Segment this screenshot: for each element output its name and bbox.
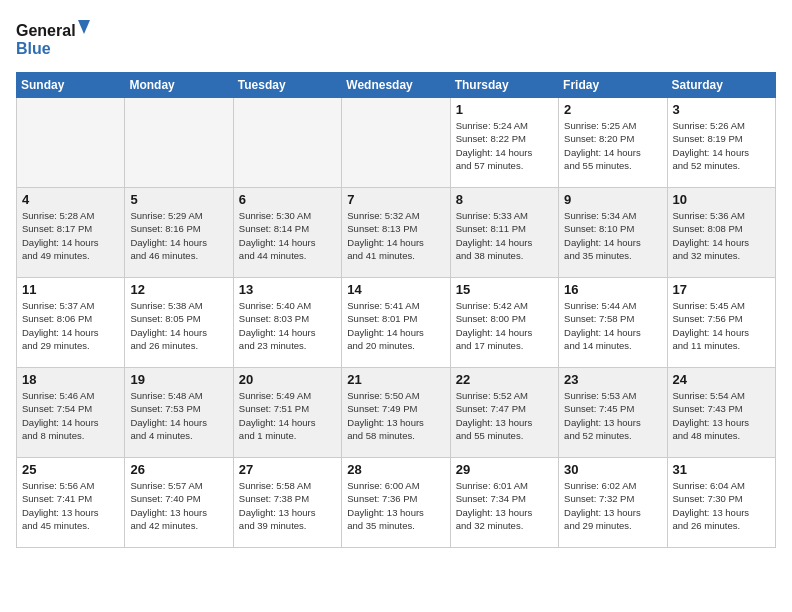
calendar-cell: 20Sunrise: 5:49 AM Sunset: 7:51 PM Dayli… — [233, 368, 341, 458]
calendar-cell: 16Sunrise: 5:44 AM Sunset: 7:58 PM Dayli… — [559, 278, 667, 368]
page-header: GeneralBlue — [16, 16, 776, 60]
calendar-cell: 25Sunrise: 5:56 AM Sunset: 7:41 PM Dayli… — [17, 458, 125, 548]
week-row-2: 4Sunrise: 5:28 AM Sunset: 8:17 PM Daylig… — [17, 188, 776, 278]
calendar-cell: 10Sunrise: 5:36 AM Sunset: 8:08 PM Dayli… — [667, 188, 775, 278]
day-info: Sunrise: 6:02 AM Sunset: 7:32 PM Dayligh… — [564, 479, 661, 532]
day-info: Sunrise: 5:41 AM Sunset: 8:01 PM Dayligh… — [347, 299, 444, 352]
day-number: 18 — [22, 372, 119, 387]
calendar-cell: 17Sunrise: 5:45 AM Sunset: 7:56 PM Dayli… — [667, 278, 775, 368]
calendar-cell — [233, 98, 341, 188]
day-number: 22 — [456, 372, 553, 387]
day-number: 5 — [130, 192, 227, 207]
day-number: 19 — [130, 372, 227, 387]
day-info: Sunrise: 5:48 AM Sunset: 7:53 PM Dayligh… — [130, 389, 227, 442]
calendar-cell: 23Sunrise: 5:53 AM Sunset: 7:45 PM Dayli… — [559, 368, 667, 458]
day-number: 13 — [239, 282, 336, 297]
calendar-cell: 12Sunrise: 5:38 AM Sunset: 8:05 PM Dayli… — [125, 278, 233, 368]
day-info: Sunrise: 6:00 AM Sunset: 7:36 PM Dayligh… — [347, 479, 444, 532]
day-number: 21 — [347, 372, 444, 387]
calendar-cell: 11Sunrise: 5:37 AM Sunset: 8:06 PM Dayli… — [17, 278, 125, 368]
calendar-cell: 18Sunrise: 5:46 AM Sunset: 7:54 PM Dayli… — [17, 368, 125, 458]
day-info: Sunrise: 5:49 AM Sunset: 7:51 PM Dayligh… — [239, 389, 336, 442]
day-number: 20 — [239, 372, 336, 387]
day-number: 14 — [347, 282, 444, 297]
column-header-saturday: Saturday — [667, 73, 775, 98]
day-number: 6 — [239, 192, 336, 207]
day-info: Sunrise: 5:56 AM Sunset: 7:41 PM Dayligh… — [22, 479, 119, 532]
day-number: 24 — [673, 372, 770, 387]
day-info: Sunrise: 5:38 AM Sunset: 8:05 PM Dayligh… — [130, 299, 227, 352]
calendar-cell: 26Sunrise: 5:57 AM Sunset: 7:40 PM Dayli… — [125, 458, 233, 548]
day-info: Sunrise: 5:29 AM Sunset: 8:16 PM Dayligh… — [130, 209, 227, 262]
day-info: Sunrise: 5:30 AM Sunset: 8:14 PM Dayligh… — [239, 209, 336, 262]
column-header-friday: Friday — [559, 73, 667, 98]
calendar-cell: 2Sunrise: 5:25 AM Sunset: 8:20 PM Daylig… — [559, 98, 667, 188]
calendar-cell: 15Sunrise: 5:42 AM Sunset: 8:00 PM Dayli… — [450, 278, 558, 368]
day-info: Sunrise: 5:45 AM Sunset: 7:56 PM Dayligh… — [673, 299, 770, 352]
week-row-4: 18Sunrise: 5:46 AM Sunset: 7:54 PM Dayli… — [17, 368, 776, 458]
day-info: Sunrise: 6:01 AM Sunset: 7:34 PM Dayligh… — [456, 479, 553, 532]
day-number: 26 — [130, 462, 227, 477]
column-header-tuesday: Tuesday — [233, 73, 341, 98]
day-info: Sunrise: 5:57 AM Sunset: 7:40 PM Dayligh… — [130, 479, 227, 532]
day-info: Sunrise: 5:26 AM Sunset: 8:19 PM Dayligh… — [673, 119, 770, 172]
day-number: 1 — [456, 102, 553, 117]
calendar-cell: 22Sunrise: 5:52 AM Sunset: 7:47 PM Dayli… — [450, 368, 558, 458]
day-info: Sunrise: 5:34 AM Sunset: 8:10 PM Dayligh… — [564, 209, 661, 262]
svg-text:Blue: Blue — [16, 40, 51, 57]
column-header-wednesday: Wednesday — [342, 73, 450, 98]
calendar-cell — [125, 98, 233, 188]
day-number: 3 — [673, 102, 770, 117]
calendar-table: SundayMondayTuesdayWednesdayThursdayFrid… — [16, 72, 776, 548]
day-info: Sunrise: 5:37 AM Sunset: 8:06 PM Dayligh… — [22, 299, 119, 352]
day-number: 8 — [456, 192, 553, 207]
day-number: 31 — [673, 462, 770, 477]
day-number: 2 — [564, 102, 661, 117]
calendar-cell: 6Sunrise: 5:30 AM Sunset: 8:14 PM Daylig… — [233, 188, 341, 278]
day-number: 27 — [239, 462, 336, 477]
day-number: 25 — [22, 462, 119, 477]
calendar-cell: 9Sunrise: 5:34 AM Sunset: 8:10 PM Daylig… — [559, 188, 667, 278]
day-info: Sunrise: 5:32 AM Sunset: 8:13 PM Dayligh… — [347, 209, 444, 262]
svg-text:General: General — [16, 22, 76, 39]
day-info: Sunrise: 5:44 AM Sunset: 7:58 PM Dayligh… — [564, 299, 661, 352]
day-info: Sunrise: 5:54 AM Sunset: 7:43 PM Dayligh… — [673, 389, 770, 442]
calendar-cell: 21Sunrise: 5:50 AM Sunset: 7:49 PM Dayli… — [342, 368, 450, 458]
calendar-cell: 14Sunrise: 5:41 AM Sunset: 8:01 PM Dayli… — [342, 278, 450, 368]
day-info: Sunrise: 5:46 AM Sunset: 7:54 PM Dayligh… — [22, 389, 119, 442]
day-number: 10 — [673, 192, 770, 207]
column-header-thursday: Thursday — [450, 73, 558, 98]
calendar-cell: 30Sunrise: 6:02 AM Sunset: 7:32 PM Dayli… — [559, 458, 667, 548]
column-header-sunday: Sunday — [17, 73, 125, 98]
day-info: Sunrise: 5:36 AM Sunset: 8:08 PM Dayligh… — [673, 209, 770, 262]
calendar-cell: 5Sunrise: 5:29 AM Sunset: 8:16 PM Daylig… — [125, 188, 233, 278]
day-number: 7 — [347, 192, 444, 207]
calendar-cell: 28Sunrise: 6:00 AM Sunset: 7:36 PM Dayli… — [342, 458, 450, 548]
day-info: Sunrise: 5:53 AM Sunset: 7:45 PM Dayligh… — [564, 389, 661, 442]
calendar-cell: 24Sunrise: 5:54 AM Sunset: 7:43 PM Dayli… — [667, 368, 775, 458]
day-number: 29 — [456, 462, 553, 477]
day-number: 16 — [564, 282, 661, 297]
day-info: Sunrise: 5:42 AM Sunset: 8:00 PM Dayligh… — [456, 299, 553, 352]
calendar-cell: 19Sunrise: 5:48 AM Sunset: 7:53 PM Dayli… — [125, 368, 233, 458]
day-number: 28 — [347, 462, 444, 477]
day-number: 11 — [22, 282, 119, 297]
day-number: 12 — [130, 282, 227, 297]
day-info: Sunrise: 5:33 AM Sunset: 8:11 PM Dayligh… — [456, 209, 553, 262]
day-info: Sunrise: 5:25 AM Sunset: 8:20 PM Dayligh… — [564, 119, 661, 172]
calendar-cell: 3Sunrise: 5:26 AM Sunset: 8:19 PM Daylig… — [667, 98, 775, 188]
calendar-cell: 27Sunrise: 5:58 AM Sunset: 7:38 PM Dayli… — [233, 458, 341, 548]
day-info: Sunrise: 5:58 AM Sunset: 7:38 PM Dayligh… — [239, 479, 336, 532]
calendar-cell: 8Sunrise: 5:33 AM Sunset: 8:11 PM Daylig… — [450, 188, 558, 278]
week-row-5: 25Sunrise: 5:56 AM Sunset: 7:41 PM Dayli… — [17, 458, 776, 548]
calendar-cell: 1Sunrise: 5:24 AM Sunset: 8:22 PM Daylig… — [450, 98, 558, 188]
day-number: 9 — [564, 192, 661, 207]
day-info: Sunrise: 5:28 AM Sunset: 8:17 PM Dayligh… — [22, 209, 119, 262]
column-header-monday: Monday — [125, 73, 233, 98]
day-info: Sunrise: 5:50 AM Sunset: 7:49 PM Dayligh… — [347, 389, 444, 442]
calendar-cell — [17, 98, 125, 188]
calendar-cell: 13Sunrise: 5:40 AM Sunset: 8:03 PM Dayli… — [233, 278, 341, 368]
day-info: Sunrise: 5:40 AM Sunset: 8:03 PM Dayligh… — [239, 299, 336, 352]
svg-marker-2 — [78, 20, 90, 34]
day-number: 15 — [456, 282, 553, 297]
